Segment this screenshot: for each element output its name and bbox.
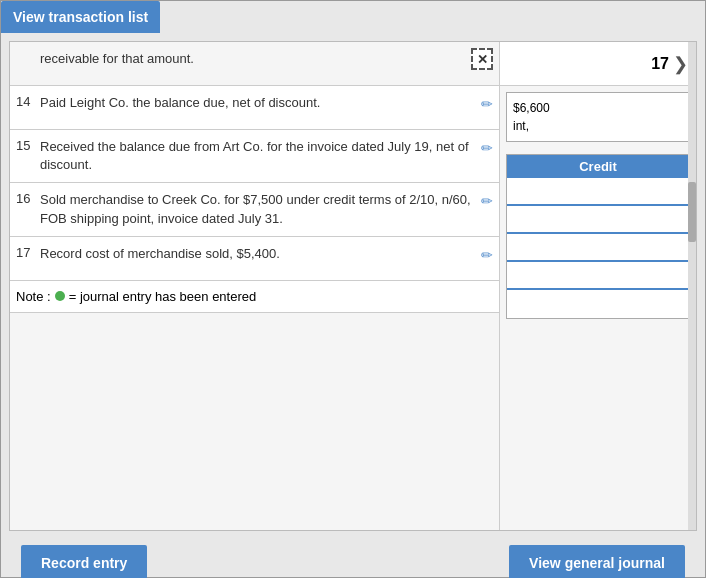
- row-number: 15: [16, 138, 36, 153]
- transaction-row: 16 Sold merchandise to Creek Co. for $7,…: [10, 183, 499, 236]
- nav-next-icon[interactable]: ❯: [673, 53, 688, 75]
- transaction-row: 15 Received the balance due from Art Co.…: [10, 130, 499, 183]
- row-number: 17: [16, 245, 36, 260]
- row-number: 14: [16, 94, 36, 109]
- footer: Record entry View general journal Clear …: [1, 539, 705, 578]
- row-text: Sold merchandise to Creek Co. for $7,500…: [40, 191, 473, 227]
- row-text: Received the balance due from Art Co. fo…: [40, 138, 473, 174]
- credit-row[interactable]: [507, 178, 689, 206]
- info-line2: int,: [513, 117, 683, 135]
- transaction-row: receivable for that amount.: [10, 42, 499, 86]
- nav-number: 17: [651, 55, 669, 73]
- credit-row[interactable]: [507, 262, 689, 290]
- edit-icon[interactable]: ✏: [481, 96, 493, 112]
- credit-section: Credit: [506, 154, 690, 319]
- row-number: 16: [16, 191, 36, 206]
- edit-icon[interactable]: ✏: [481, 247, 493, 263]
- green-dot-icon: [55, 291, 65, 301]
- transaction-list: receivable for that amount. 14 Paid Leig…: [10, 42, 499, 313]
- credit-header: Credit: [507, 155, 689, 178]
- credit-rows: [507, 178, 689, 318]
- edit-icon[interactable]: ✏: [481, 193, 493, 209]
- info-line1: $6,600: [513, 99, 683, 117]
- view-general-journal-button[interactable]: View general journal: [509, 545, 685, 578]
- tab-header[interactable]: View transaction list: [1, 1, 160, 33]
- transaction-row: 14 Paid Leight Co. the balance due, net …: [10, 86, 499, 130]
- main-container: View transaction list ✕ receivable for t…: [0, 0, 706, 578]
- info-box: $6,600 int,: [506, 92, 690, 142]
- note-text-suffix: = journal entry has been entered: [69, 289, 257, 304]
- credit-row[interactable]: [507, 290, 689, 318]
- record-entry-button[interactable]: Record entry: [21, 545, 147, 578]
- right-panel: 17 ❯ $6,600 int, Credit: [500, 42, 696, 530]
- transaction-row: 17 Record cost of merchandise sold, $5,4…: [10, 237, 499, 281]
- credit-row[interactable]: [507, 234, 689, 262]
- left-panel: ✕ receivable for that amount. 14 Paid Le…: [10, 42, 500, 530]
- row-text: receivable for that amount.: [40, 50, 493, 68]
- note-text-prefix: Note :: [16, 289, 51, 304]
- credit-row[interactable]: [507, 206, 689, 234]
- edit-icon[interactable]: ✏: [481, 140, 493, 156]
- scrollbar[interactable]: [688, 42, 696, 530]
- footer-row1: Record entry View general journal: [21, 545, 685, 578]
- nav-row: 17 ❯: [500, 42, 696, 86]
- note-row: Note : = journal entry has been entered: [10, 281, 499, 313]
- main-panel: ✕ receivable for that amount. 14 Paid Le…: [9, 41, 697, 531]
- row-text: Paid Leight Co. the balance due, net of …: [40, 94, 473, 112]
- row-text: Record cost of merchandise sold, $5,400.: [40, 245, 473, 263]
- scrollbar-thumb[interactable]: [688, 182, 696, 242]
- close-button[interactable]: ✕: [471, 48, 493, 70]
